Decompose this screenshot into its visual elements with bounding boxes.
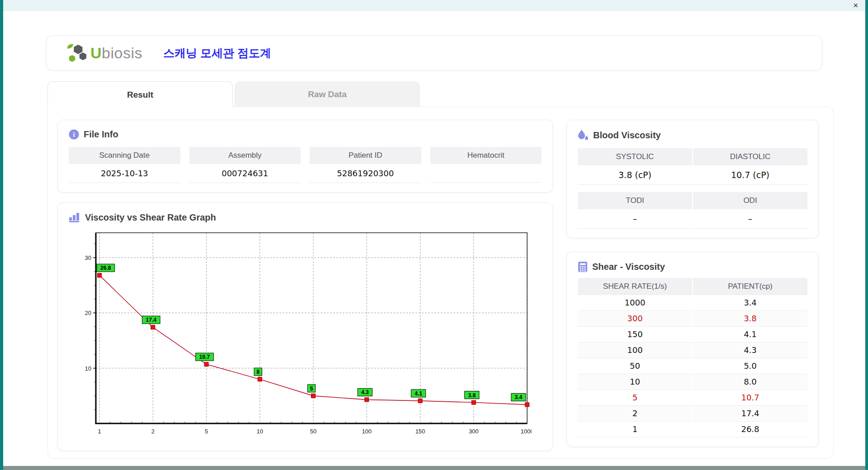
bv-header: DIASTOLIC bbox=[693, 148, 807, 165]
svg-text:17.4: 17.4 bbox=[146, 317, 157, 323]
svg-text:10: 10 bbox=[257, 428, 263, 435]
svg-text:50: 50 bbox=[310, 428, 316, 435]
shear-rate-cell: 5 bbox=[578, 390, 692, 406]
tab-bar: Result Raw Data bbox=[47, 81, 865, 107]
main-content: Ubiosis 스캐닝 모세관 점도계 Result Raw Data i Fi… bbox=[3, 11, 865, 466]
shear-table-header: SHEAR RATE(1/s) PATIENT(cp) bbox=[578, 278, 807, 295]
shear-viscosity-title: Shear - Viscosity bbox=[578, 261, 807, 273]
svg-text:26.8: 26.8 bbox=[100, 265, 111, 271]
svg-text:5: 5 bbox=[205, 428, 208, 435]
window-border-bottom bbox=[3, 466, 865, 470]
info-icon: i bbox=[69, 129, 79, 140]
app-title: 스캐닝 모세관 점도계 bbox=[163, 46, 271, 61]
field-label: Scanning Date bbox=[69, 147, 180, 164]
shear-rate-cell: 150 bbox=[578, 327, 692, 343]
shear-rate-column-header: SHEAR RATE(1/s) bbox=[578, 278, 692, 295]
table-row: 10 8.0 bbox=[578, 374, 807, 390]
table-row: 1000 3.4 bbox=[578, 295, 807, 311]
svg-text:1000: 1000 bbox=[521, 428, 532, 435]
shear-rate-cell: 100 bbox=[578, 343, 692, 358]
field-label: Assembly bbox=[189, 147, 301, 164]
file-info-field: Scanning Date 2025-10-13 bbox=[69, 147, 180, 183]
graph-card: Viscosity vs Shear Rate Graph 1020301251… bbox=[57, 202, 553, 451]
patient-cell: 4.1 bbox=[693, 327, 807, 343]
field-value: 52861920300 bbox=[310, 164, 421, 183]
tab-result[interactable]: Result bbox=[47, 81, 233, 107]
field-value bbox=[430, 164, 542, 183]
svg-text:100: 100 bbox=[362, 428, 372, 435]
file-info-field: Hematocrit bbox=[430, 147, 542, 183]
ubiosis-logo-icon bbox=[66, 43, 87, 63]
viscosity-chart: 1020301251050100150300100026.817.410.785… bbox=[75, 229, 532, 440]
svg-text:150: 150 bbox=[415, 428, 425, 435]
bv-header: ODI bbox=[693, 192, 807, 209]
blood-viscosity-title: Blood Viscosity bbox=[578, 129, 807, 141]
bv-value: 3.8 (cP) bbox=[578, 165, 692, 185]
ubiosis-logo: Ubiosis bbox=[66, 43, 142, 63]
svg-text:30: 30 bbox=[85, 254, 91, 261]
field-label: Patient ID bbox=[310, 147, 421, 164]
table-row: 150 4.1 bbox=[578, 327, 807, 343]
svg-text:10.7: 10.7 bbox=[199, 354, 210, 360]
logo-text: Ubiosis bbox=[90, 44, 142, 62]
file-info-title: i File Info bbox=[69, 129, 542, 140]
blood-viscosity-group: SYSTOLIC DIASTOLIC 3.8 (cP) 10.7 (cP) bbox=[578, 148, 807, 185]
file-info-field: Assembly 000724631 bbox=[189, 147, 301, 183]
shear-rate-cell: 10 bbox=[578, 374, 692, 390]
close-icon[interactable]: × bbox=[853, 0, 858, 11]
svg-text:3.4: 3.4 bbox=[515, 394, 523, 400]
file-info-fields: Scanning Date 2025-10-13Assembly 0007246… bbox=[69, 147, 542, 183]
field-value: 2025-10-13 bbox=[69, 164, 180, 183]
bv-value: – bbox=[693, 209, 807, 229]
table-row: 2 17.4 bbox=[578, 406, 807, 422]
shear-rate-cell: 1000 bbox=[578, 295, 692, 311]
table-row: 1 26.8 bbox=[578, 422, 807, 437]
shear-viscosity-card: Shear - Viscosity SHEAR RATE(1/s) PATIEN… bbox=[566, 252, 819, 447]
calculator-icon bbox=[578, 261, 588, 273]
window-titlebar: × bbox=[3, 0, 865, 11]
patient-cell: 26.8 bbox=[693, 422, 807, 437]
shear-rate-cell: 1 bbox=[578, 422, 692, 437]
svg-text:20: 20 bbox=[85, 310, 91, 316]
tab-raw-data[interactable]: Raw Data bbox=[235, 81, 420, 107]
table-row: 100 4.3 bbox=[578, 343, 807, 358]
graph-title: Viscosity vs Shear Rate Graph bbox=[69, 212, 542, 223]
window-border-left bbox=[0, 0, 3, 470]
svg-text:2: 2 bbox=[151, 428, 155, 435]
bar-chart-icon bbox=[69, 212, 80, 223]
window-border-right bbox=[865, 0, 868, 470]
bv-value: 10.7 (cP) bbox=[693, 165, 807, 185]
svg-text:8: 8 bbox=[256, 369, 259, 375]
blood-viscosity-table: SYSTOLIC DIASTOLIC 3.8 (cP) 10.7 (cP)TOD… bbox=[578, 148, 807, 229]
patient-cell: 4.3 bbox=[693, 343, 807, 358]
patient-cell: 3.8 bbox=[693, 311, 807, 327]
file-info-card: i File Info Scanning Date 2025-10-13Asse… bbox=[57, 120, 553, 193]
chart-area: 1020301251050100150300100026.817.410.785… bbox=[69, 229, 542, 442]
svg-text:10: 10 bbox=[85, 365, 91, 372]
shear-table-body: 1000 3.4300 3.8150 4.1100 4.350 5.010 8.… bbox=[578, 295, 807, 437]
file-info-field: Patient ID 52861920300 bbox=[310, 147, 421, 183]
patient-cell: 5.0 bbox=[693, 358, 807, 374]
shear-rate-cell: 50 bbox=[578, 358, 692, 374]
table-row: 300 3.8 bbox=[578, 311, 807, 327]
svg-text:300: 300 bbox=[469, 428, 479, 435]
bv-header: TODI bbox=[578, 192, 692, 209]
droplet-icon bbox=[578, 129, 589, 141]
table-row: 50 5.0 bbox=[578, 358, 807, 374]
patient-cell: 8.0 bbox=[693, 374, 807, 390]
patient-column-header: PATIENT(cp) bbox=[693, 278, 807, 295]
svg-text:3.8: 3.8 bbox=[468, 392, 476, 399]
patient-cell: 17.4 bbox=[693, 406, 807, 422]
table-row: 5 10.7 bbox=[578, 390, 807, 406]
svg-text:4.1: 4.1 bbox=[415, 390, 422, 397]
patient-cell: 10.7 bbox=[693, 390, 807, 406]
app-header: Ubiosis 스캐닝 모세관 점도계 bbox=[46, 35, 822, 70]
result-panel: i File Info Scanning Date 2025-10-13Asse… bbox=[47, 107, 834, 459]
blood-viscosity-card: Blood Viscosity SYSTOLIC DIASTOLIC 3.8 (… bbox=[566, 120, 819, 238]
blood-viscosity-group: TODI ODI – – bbox=[578, 192, 807, 229]
svg-text:4.3: 4.3 bbox=[361, 389, 369, 395]
shear-rate-cell: 300 bbox=[578, 311, 692, 327]
bv-header: SYSTOLIC bbox=[578, 148, 692, 165]
field-label: Hematocrit bbox=[430, 147, 542, 164]
field-value: 000724631 bbox=[189, 164, 301, 183]
